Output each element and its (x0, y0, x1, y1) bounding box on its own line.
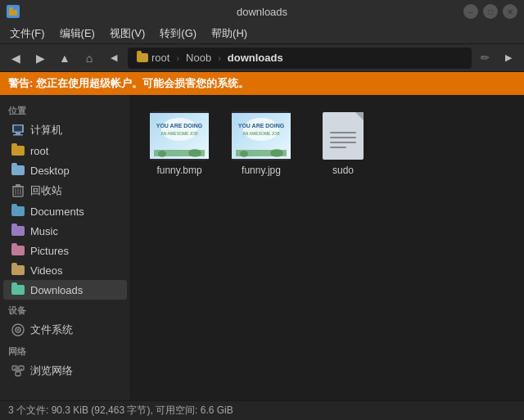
svg-text:YOU ARE DOING: YOU ARE DOING (238, 123, 285, 129)
up-button[interactable]: ▲ (54, 47, 75, 69)
svg-text:AN AWESOME JOB: AN AWESOME JOB (242, 131, 280, 136)
sidebar-item-browse-network[interactable]: 浏览网络 (3, 360, 127, 382)
next-breadcrumb-button[interactable]: ▶ (498, 47, 519, 69)
file-item-funny-bmp[interactable]: YOU ARE DOING AN AWESOME JOB funny.bmp (142, 106, 216, 181)
window-title: downloads (237, 6, 287, 18)
forward-button[interactable]: ▶ (29, 47, 51, 69)
file-lines (330, 132, 356, 148)
places-label: 位置 (0, 100, 130, 120)
maximize-button[interactable]: □ (483, 4, 498, 19)
file-label-funny-jpg: funny.jpg (242, 165, 281, 176)
file-line-4 (330, 147, 346, 148)
file-item-funny-jpg[interactable]: YOU ARE DOING AN AWESOME JOB funny.jpg (224, 106, 298, 181)
breadcrumb-root[interactable]: root (133, 51, 174, 65)
sidebar: 位置 计算机 root Desktop (0, 95, 131, 400)
prev-breadcrumb-button[interactable]: ◀ (103, 47, 124, 69)
file-item-sudo[interactable]: sudo (306, 106, 380, 181)
sidebar-item-trash[interactable]: 回收站 (3, 180, 127, 201)
svg-text:YOU ARE DOING: YOU ARE DOING (156, 123, 203, 129)
sidebar-item-documents[interactable]: Documents (3, 201, 127, 221)
music-folder-icon (11, 224, 25, 237)
statusbar: 3 个文件: 90.3 KiB (92,463 字节), 可用空间: 6.6 G… (0, 400, 524, 420)
file-thumbnail-funny-bmp: YOU ARE DOING AN AWESOME JOB (150, 111, 209, 160)
svg-rect-3 (14, 126, 22, 132)
file-line-3 (330, 142, 356, 143)
trash-icon (11, 184, 25, 197)
svg-rect-5 (13, 134, 23, 136)
menu-help[interactable]: 帮助(H) (205, 25, 254, 43)
app-icon (7, 5, 20, 18)
svg-point-24 (161, 118, 197, 141)
svg-rect-4 (16, 133, 20, 134)
menubar: 文件(F) 编辑(E) 视图(V) 转到(G) 帮助(H) (0, 23, 524, 44)
svg-rect-17 (16, 372, 20, 376)
computer-icon (11, 124, 25, 137)
svg-point-31 (243, 118, 279, 141)
back-button[interactable]: ◀ (5, 47, 26, 69)
breadcrumb-sep-1: › (176, 53, 179, 63)
svg-point-35 (240, 151, 248, 157)
file-thumbnail-funny-jpg: YOU ARE DOING AN AWESOME JOB (232, 111, 291, 160)
file-thumbnail-sudo (314, 111, 373, 160)
folder-icon (137, 53, 148, 62)
titlebar: downloads – □ ✕ (0, 0, 524, 23)
main-area: 位置 计算机 root Desktop (0, 95, 524, 400)
breadcrumb-downloads[interactable]: downloads (224, 51, 287, 65)
file-line-1 (330, 132, 356, 133)
sidebar-item-videos[interactable]: Videos (3, 260, 127, 280)
desktop-folder-icon (11, 164, 25, 177)
menu-goto[interactable]: 转到(G) (153, 25, 203, 43)
svg-text:AN AWESOME JOB: AN AWESOME JOB (160, 131, 198, 136)
menu-file[interactable]: 文件(F) (3, 25, 52, 43)
svg-point-29 (188, 149, 201, 157)
menu-view[interactable]: 视图(V) (103, 25, 151, 43)
sidebar-item-filesystem[interactable]: 文件系统 (3, 319, 127, 341)
svg-rect-0 (9, 10, 17, 16)
sidebar-item-computer[interactable]: 计算机 (3, 120, 127, 141)
sidebar-item-pictures[interactable]: Pictures (3, 241, 127, 260)
file-line-2 (330, 137, 356, 138)
warning-bar: 警告: 您正在使用超级帐户。可能会损害您的系统。 (0, 72, 524, 95)
svg-rect-8 (16, 184, 20, 186)
network-label: 网络 (0, 341, 130, 360)
file-label-sudo: sudo (332, 165, 354, 176)
window-controls: – □ ✕ (463, 4, 517, 19)
pictures-folder-icon (11, 244, 25, 257)
toolbar: ◀ ▶ ▲ ⌂ ◀ root › Noob › downloads ✏ ▶ (0, 44, 524, 72)
svg-point-14 (17, 329, 19, 331)
menu-edit[interactable]: 编辑(E) (53, 25, 102, 43)
sidebar-item-downloads[interactable]: Downloads (3, 280, 127, 300)
svg-point-36 (270, 149, 283, 157)
downloads-folder-icon (11, 283, 25, 296)
breadcrumb-sep-2: › (218, 53, 221, 63)
network-icon (11, 364, 25, 377)
sidebar-item-desktop[interactable]: Desktop (3, 160, 127, 180)
disk-icon (11, 323, 25, 336)
documents-folder-icon (11, 205, 25, 218)
sidebar-item-music[interactable]: Music (3, 221, 127, 241)
file-label-funny-bmp: funny.bmp (156, 165, 201, 176)
titlebar-left (7, 5, 20, 18)
generic-file-icon (323, 112, 364, 160)
sidebar-item-root[interactable]: root (3, 141, 127, 160)
close-button[interactable]: ✕ (503, 4, 517, 19)
svg-rect-7 (12, 186, 24, 187)
minimize-button[interactable]: – (463, 4, 478, 19)
home-button[interactable]: ⌂ (79, 47, 100, 69)
breadcrumb-bar: root › Noob › downloads (128, 47, 472, 69)
breadcrumb-noob[interactable]: Noob (182, 51, 215, 65)
location-edit-button[interactable]: ✏ (475, 48, 495, 68)
videos-folder-icon (11, 264, 25, 277)
svg-rect-1 (9, 7, 13, 10)
root-folder-icon (11, 144, 25, 157)
svg-point-28 (158, 151, 166, 157)
devices-label: 设备 (0, 300, 130, 319)
file-area: YOU ARE DOING AN AWESOME JOB funny.bmp (131, 95, 524, 400)
